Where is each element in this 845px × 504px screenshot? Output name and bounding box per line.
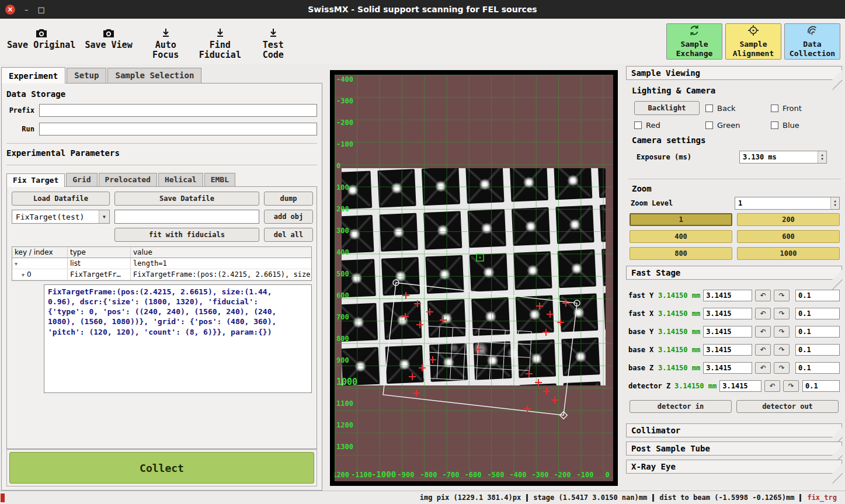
axis-target-input[interactable] [703, 344, 752, 356]
nudge-ccw-icon[interactable]: ↶ [755, 362, 771, 374]
zoom-level-spinbox[interactable]: ▲ ▼ [735, 197, 840, 210]
axis-step-input[interactable] [795, 362, 840, 374]
nudge-ccw-icon[interactable]: ↶ [755, 290, 771, 301]
tab-sample-selection[interactable]: Sample Selection [107, 68, 201, 83]
camera-view[interactable]: -400 -300 -200 -100 0 100 200 300 400 50… [330, 70, 618, 486]
nudge-cw-icon[interactable]: ↷ [774, 362, 790, 374]
checkbox-box[interactable] [705, 105, 713, 112]
axis-step-input[interactable] [795, 308, 840, 319]
tree-expand-icon[interactable]: ▾ [15, 260, 18, 267]
axis-target-input[interactable] [703, 290, 752, 301]
nudge-cw-icon[interactable]: ↷ [774, 308, 790, 319]
save-original-button[interactable]: Save Original [2, 21, 80, 62]
maximize-icon[interactable]: □ [38, 6, 45, 13]
auto-focus-button[interactable]: Auto Focus [145, 21, 186, 62]
tab-setup[interactable]: Setup [67, 68, 106, 83]
dump-button[interactable]: dump [264, 192, 313, 206]
zoom-preset-600[interactable]: 600 [737, 230, 840, 243]
checkbox-box[interactable] [705, 121, 713, 129]
section-post-sample-tube[interactable]: Post Sample Tube [626, 442, 842, 456]
detector-out-button[interactable]: detector out [736, 400, 839, 413]
run-input[interactable] [39, 123, 317, 135]
nudge-ccw-icon[interactable]: ↶ [755, 308, 771, 319]
back-checkbox[interactable]: Back [705, 104, 771, 113]
object-name-input[interactable] [114, 210, 259, 224]
column-header-value[interactable]: value [131, 247, 311, 258]
tab-helical[interactable]: Helical [158, 173, 203, 186]
tab-embl[interactable]: EMBL [204, 173, 235, 186]
tab-experiment[interactable]: Experiment [1, 67, 65, 84]
nudge-ccw-icon[interactable]: ↶ [755, 326, 771, 338]
close-icon[interactable]: × [5, 5, 15, 15]
section-collimator[interactable]: Collimator [626, 423, 842, 437]
tab-prelocated[interactable]: Prelocated [99, 173, 157, 186]
axis-target-input[interactable] [703, 308, 752, 319]
find-fiducial-button[interactable]: Find Fiducial [194, 21, 246, 62]
test-code-button[interactable]: Test Code [254, 21, 293, 62]
save-view-button[interactable]: Save View [80, 21, 137, 62]
download-arrow-icon [269, 23, 278, 39]
zoom-preset-1000[interactable]: 1000 [737, 247, 840, 260]
table-row[interactable]: ▾ list length=1 [12, 258, 311, 269]
checkbox-box[interactable] [634, 121, 642, 129]
add-obj-button[interactable]: add obj [264, 210, 313, 224]
data-collection-button[interactable]: Data Collection [784, 23, 840, 60]
zoom-level-input[interactable] [735, 197, 830, 209]
green-checkbox[interactable]: Green [705, 121, 771, 130]
sample-exchange-button[interactable]: Sample Exchange [666, 23, 722, 60]
section-sample-viewing[interactable]: Sample Viewing [626, 66, 842, 80]
blue-checkbox[interactable]: Blue [771, 121, 836, 130]
tab-fix-target[interactable]: Fix Target [6, 173, 65, 187]
svg-text:-300: -300 [532, 471, 549, 479]
checkbox-box[interactable] [771, 105, 778, 112]
section-fast-stage[interactable]: Fast Stage [626, 266, 842, 280]
backlight-button[interactable]: Backlight [634, 101, 700, 115]
red-checkbox[interactable]: Red [634, 121, 705, 130]
axis-step-input[interactable] [802, 380, 840, 392]
table-row[interactable]: ▾0 FixTargetFr… FixTargetFrame:(pos:(2.4… [12, 269, 311, 280]
nudge-cw-icon[interactable]: ↷ [774, 326, 790, 338]
nudge-ccw-icon[interactable]: ↶ [764, 380, 780, 392]
zoom-preset-800[interactable]: 800 [630, 247, 732, 260]
front-checkbox[interactable]: Front [771, 104, 836, 113]
svg-text:-1200: -1200 [335, 471, 349, 479]
zoom-preset-200[interactable]: 200 [737, 213, 840, 226]
del-all-button[interactable]: del all [264, 228, 313, 242]
camera-image[interactable]: -400 -300 -200 -100 0 100 200 300 400 50… [335, 75, 613, 481]
status-dist-to-beam: dist to beam (-1.5998 -0.1265)mm [654, 493, 799, 502]
collect-button[interactable]: Collect [9, 452, 314, 484]
download-arrow-icon [215, 23, 225, 39]
axis-step-input[interactable] [795, 326, 840, 338]
minimize-icon[interactable]: – [25, 6, 29, 13]
tab-grid[interactable]: Grid [66, 173, 97, 186]
axis-target-input[interactable] [703, 326, 752, 338]
chevron-down-icon[interactable]: ▼ [99, 210, 109, 223]
column-header-type[interactable]: type [68, 247, 131, 258]
axis-step-input[interactable] [795, 290, 840, 301]
axis-step-input[interactable] [795, 344, 840, 356]
spin-down-icon[interactable]: ▼ [834, 203, 836, 207]
zoom-preset-1[interactable]: 1 [630, 213, 732, 226]
zoom-preset-400[interactable]: 400 [630, 230, 732, 243]
axis-target-input[interactable] [703, 362, 752, 374]
nudge-cw-icon[interactable]: ↷ [774, 290, 790, 301]
spin-down-icon[interactable]: ▼ [821, 157, 823, 161]
tree-expand-icon[interactable]: ▾ [22, 272, 25, 278]
detector-in-button[interactable]: detector in [630, 400, 732, 413]
nudge-cw-icon[interactable]: ↷ [783, 380, 799, 392]
load-datafile-button[interactable]: Load Datafile [12, 192, 110, 206]
nudge-cw-icon[interactable]: ↷ [774, 344, 790, 356]
nudge-ccw-icon[interactable]: ↶ [755, 344, 771, 356]
prefix-input[interactable] [39, 104, 317, 117]
object-type-combobox[interactable]: FixTarget(test) ▼ [12, 210, 110, 224]
svg-text:200: 200 [336, 205, 349, 213]
save-datafile-button[interactable]: Save Datafile [114, 192, 259, 206]
section-x-ray-eye[interactable]: X-Ray Eye [626, 460, 842, 474]
sample-alignment-button[interactable]: Sample Alignment [725, 23, 781, 60]
exposure-spinbox[interactable]: ▲ ▼ [739, 151, 827, 164]
fit-with-fiducials-button[interactable]: fit with fiducials [114, 228, 259, 242]
column-header-key[interactable]: key / index [12, 247, 68, 258]
exposure-input[interactable] [740, 151, 818, 163]
checkbox-box[interactable] [771, 121, 778, 129]
axis-target-input[interactable] [719, 380, 761, 392]
